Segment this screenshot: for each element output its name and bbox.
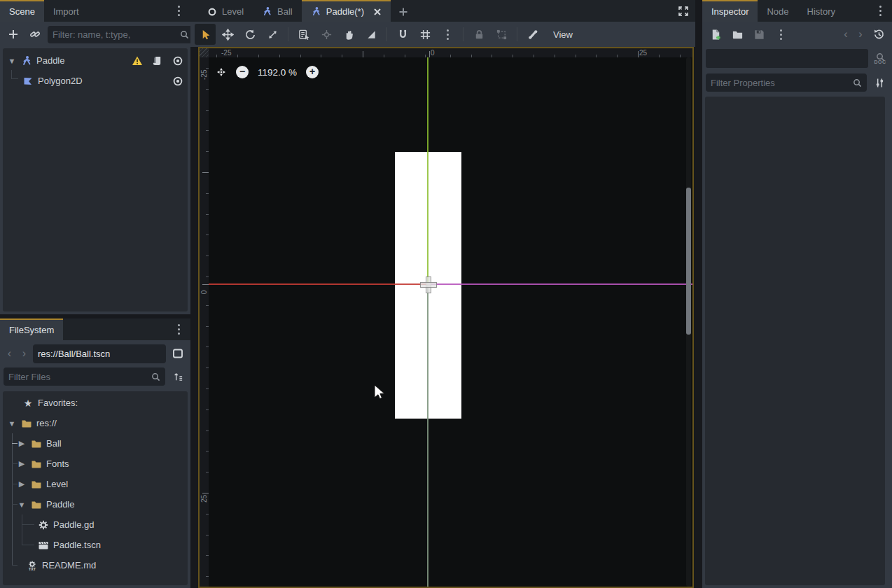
save-resource-button[interactable]: [750, 25, 768, 43]
pivot-icon: [321, 29, 333, 41]
chevron-down-icon[interactable]: ▼: [17, 500, 27, 509]
distraction-free-button[interactable]: [674, 2, 692, 20]
fs-item-readme[interactable]: TXT README.md: [3, 555, 188, 575]
ruler-corner: [200, 48, 209, 57]
snap-options-menu-button[interactable]: [437, 24, 458, 45]
chevron-right-icon[interactable]: ▶: [17, 459, 27, 468]
filter-files-box: [4, 368, 165, 386]
center-view-icon[interactable]: [216, 66, 227, 78]
tab-import[interactable]: Import: [44, 0, 88, 22]
tab-node[interactable]: Node: [758, 0, 797, 22]
scene-tab-ball[interactable]: Ball: [253, 0, 302, 22]
lock-node-button[interactable]: [468, 24, 489, 45]
new-resource-button[interactable]: [706, 25, 725, 43]
filesystem-panel: FileSystem ‹ ›: [0, 318, 190, 588]
grid-snap-button[interactable]: [414, 24, 435, 45]
fs-item-res-root[interactable]: ▼ res://: [3, 413, 188, 433]
inspector-name-row: DOC: [706, 48, 888, 68]
history-clock-icon: [873, 29, 885, 41]
chevron-right-icon[interactable]: ▶: [17, 479, 27, 489]
inspector-tabbar: Inspector Node History: [702, 0, 892, 22]
instantiate-scene-button[interactable]: [26, 25, 44, 43]
ruler-label: 0: [200, 288, 208, 297]
ruler-tool-button[interactable]: [361, 24, 382, 45]
inspector-back-button[interactable]: ‹: [840, 28, 851, 41]
chevron-down-icon[interactable]: ▼: [7, 419, 17, 428]
zoom-percent-label[interactable]: 1192.0 %: [258, 67, 297, 78]
fs-item-paddle-folder[interactable]: ▼ Paddle: [3, 494, 188, 514]
fs-item-paddle-gd[interactable]: Paddle.gd: [3, 514, 188, 535]
pan-tool-button[interactable]: [338, 24, 359, 45]
magnet-icon: [397, 29, 409, 41]
tab-inspector[interactable]: Inspector: [702, 0, 758, 22]
smart-snap-button[interactable]: [392, 24, 413, 45]
tab-import-label: Import: [53, 6, 79, 17]
move-tool-button[interactable]: [217, 24, 238, 45]
load-resource-button[interactable]: [728, 25, 746, 43]
fs-item-paddle-tscn[interactable]: Paddle.tscn: [3, 535, 188, 555]
open-docs-icon[interactable]: DOC: [872, 52, 888, 64]
tab-history[interactable]: History: [798, 0, 844, 22]
fs-item-fonts[interactable]: ▶ Fonts: [3, 454, 188, 474]
scene-filter-input[interactable]: [53, 29, 176, 40]
vertical-ruler[interactable]: -25 0 25: [200, 57, 209, 587]
edit-history-button[interactable]: [870, 25, 888, 43]
canvas-toolbar: View: [190, 22, 695, 47]
filter-files-input[interactable]: [8, 372, 147, 382]
pivot-tool-button[interactable]: [316, 24, 337, 45]
inspector-forward-button[interactable]: ›: [855, 28, 866, 41]
skeleton-options-button[interactable]: [522, 24, 543, 45]
add-node-button[interactable]: [4, 25, 22, 43]
list-select-icon: [298, 29, 310, 41]
scene-tab-paddle[interactable]: Paddle(*): [302, 0, 391, 22]
node-label-polygon2d: Polygon2D: [38, 76, 83, 86]
resource-extra-menu-button[interactable]: [772, 25, 790, 43]
fs-item-favorites[interactable]: ★ Favorites:: [3, 393, 188, 413]
rotate-tool-button[interactable]: [239, 24, 260, 45]
visibility-eye-icon[interactable]: [172, 55, 183, 66]
history-back-button[interactable]: ‹: [4, 347, 15, 360]
new-scene-tab-button[interactable]: [391, 0, 416, 22]
history-forward-button[interactable]: ›: [18, 347, 30, 360]
zoom-in-button[interactable]: +: [306, 66, 319, 78]
tab-scene[interactable]: Scene: [0, 0, 44, 22]
polygon-2d-icon: [22, 76, 34, 87]
node-origin-gizmo[interactable]: [420, 276, 435, 292]
horizontal-ruler[interactable]: -25 0 25: [209, 48, 692, 57]
zoom-out-button[interactable]: −: [236, 66, 249, 78]
group-node-button[interactable]: [491, 24, 512, 45]
fs-label: Favorites:: [38, 398, 78, 408]
sort-files-button[interactable]: [169, 368, 187, 386]
fs-item-level[interactable]: ▶ Level: [3, 474, 188, 494]
visibility-eye-icon[interactable]: [172, 76, 183, 87]
filesystem-menu-icon[interactable]: [169, 321, 188, 339]
scene-tab-level[interactable]: Level: [198, 0, 253, 22]
filter-properties-input[interactable]: [711, 78, 849, 88]
script-icon[interactable]: [152, 55, 162, 66]
scale-tool-button[interactable]: [262, 24, 283, 45]
expand-icon: [678, 6, 689, 17]
canvas-vscrollbar-thumb[interactable]: [686, 188, 691, 335]
move-icon: [222, 29, 234, 41]
warning-icon[interactable]: [132, 55, 143, 66]
toggle-split-mode-button[interactable]: [169, 344, 187, 363]
lock-icon: [473, 29, 485, 41]
select-tool-button[interactable]: [195, 24, 216, 45]
current-path-input[interactable]: [38, 349, 161, 359]
fs-item-ball[interactable]: ▶ Ball: [3, 433, 188, 454]
scene-node-paddle[interactable]: ▼ Paddle: [3, 50, 188, 71]
chevron-down-icon[interactable]: ▼: [7, 57, 17, 65]
link-icon: [29, 29, 41, 40]
property-tools-button[interactable]: [870, 74, 888, 92]
character-body-2d-icon: [262, 6, 272, 17]
inspector-dock-menu-icon[interactable]: [871, 2, 889, 20]
canvas[interactable]: − 1192.0 % +: [209, 57, 692, 587]
scene-node-polygon2d[interactable]: Polygon2D: [3, 71, 188, 91]
scene-dock-menu-icon[interactable]: [169, 2, 188, 20]
select-arrow-icon: [200, 29, 211, 41]
list-select-tool-button[interactable]: [293, 24, 314, 45]
view-menu-button[interactable]: View: [545, 27, 581, 43]
close-icon[interactable]: [373, 8, 382, 16]
chevron-right-icon[interactable]: ▶: [17, 439, 27, 448]
tab-filesystem[interactable]: FileSystem: [0, 318, 63, 340]
